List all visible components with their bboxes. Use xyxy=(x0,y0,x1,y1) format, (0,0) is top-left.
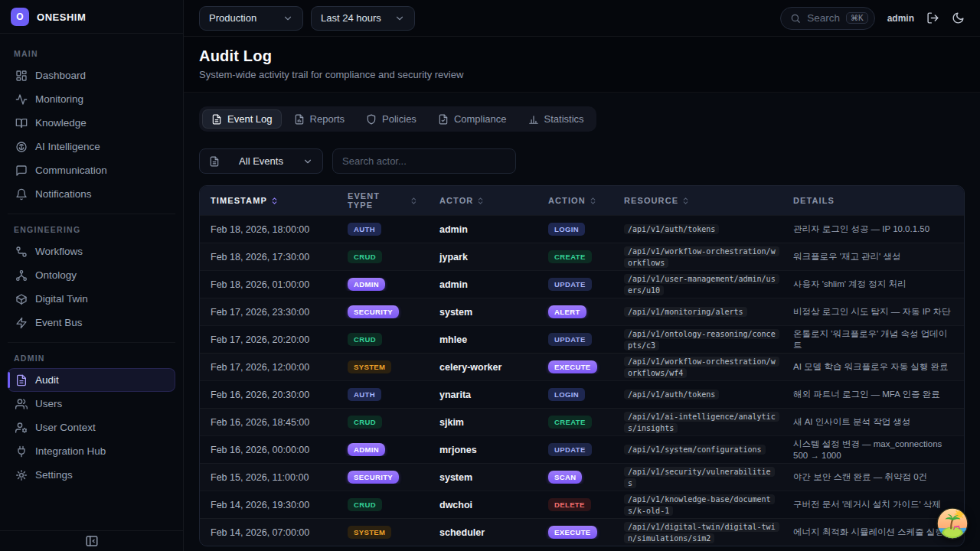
filter-bar: All Events xyxy=(199,148,965,174)
tab-compliance[interactable]: Compliance xyxy=(429,109,516,129)
table-row: Feb 18, 2026, 18:00:00AUTHadminLOGIN/api… xyxy=(200,215,964,243)
event-type-cell: ADMIN xyxy=(337,443,429,456)
sidebar-section: ENGINEERINGWorkflowsOntologyDigital Twin… xyxy=(8,214,175,334)
tab-event-log[interactable]: Event Log xyxy=(202,109,282,129)
users-icon xyxy=(15,398,28,410)
actor-cell: system xyxy=(429,472,537,483)
event-type-cell: CRUD xyxy=(337,333,429,346)
event-type-badge: SYSTEM xyxy=(348,526,391,539)
event-type-badge: SYSTEM xyxy=(348,360,391,373)
table-row: Feb 17, 2026, 20:20:00CRUDmhleeUPDATE/ap… xyxy=(200,325,964,353)
action-badge: DELETE xyxy=(548,498,591,511)
sidebar-item-digital-twin[interactable]: Digital Twin xyxy=(8,287,175,311)
event-type-filter-value: All Events xyxy=(227,155,295,167)
main-area: Production Last 24 hours Search ⌘K admin… xyxy=(184,0,980,551)
resource-path: /api/v1/workflow-orchestration/workflows… xyxy=(624,357,779,378)
actor-cell: jypark xyxy=(429,252,537,262)
sidebar-item-user-context[interactable]: User Context xyxy=(8,416,175,439)
sidebar-item-ontology[interactable]: Ontology xyxy=(8,263,175,287)
event-type-cell: AUTH xyxy=(337,223,429,236)
environment-value: Production xyxy=(209,12,256,24)
column-label: RESOURCE xyxy=(624,196,678,205)
file-check-icon xyxy=(438,114,449,125)
tab-policies[interactable]: Policies xyxy=(357,109,426,129)
shield-icon xyxy=(366,114,377,125)
column-label: ACTION xyxy=(548,196,586,205)
details-cell: 비정상 로그인 시도 탐지 — 자동 IP 차단 xyxy=(782,306,964,318)
sidebar-item-monitoring[interactable]: Monitoring xyxy=(8,87,175,111)
sidebar-item-notifications[interactable]: Notifications xyxy=(8,182,175,206)
theme-toggle-moon-icon[interactable] xyxy=(952,11,965,24)
sidebar-item-integration-hub[interactable]: Integration Hub xyxy=(8,439,175,463)
resource-path: /api/v1/knowledge-base/documents/k-old-1 xyxy=(624,494,775,516)
actor-search-input[interactable] xyxy=(332,148,516,174)
column-header-timestamp[interactable]: TIMESTAMP xyxy=(200,196,337,205)
sidebar-item-audit[interactable]: Audit xyxy=(8,368,175,392)
action-badge: CREATE xyxy=(548,416,592,429)
resource-path: /api/v1/system/configurations xyxy=(624,445,766,455)
actor-cell: mrjones xyxy=(429,445,537,455)
action-badge: UPDATE xyxy=(548,443,592,456)
tab-label: Policies xyxy=(382,113,416,125)
timestamp-cell: Feb 16, 2026, 18:45:00 xyxy=(200,417,337,428)
tab-reports[interactable]: Reports xyxy=(285,109,354,129)
table-body: Feb 18, 2026, 18:00:00AUTHadminLOGIN/api… xyxy=(200,215,964,546)
event-type-filter[interactable]: All Events xyxy=(199,148,323,174)
resource-path: /api/v1/workflow-orchestration/workflows xyxy=(624,246,779,268)
resource-cell: /api/v1/workflow-orchestration/workflows xyxy=(613,246,782,269)
sort-chevrons-icon xyxy=(410,197,418,205)
column-header-resource[interactable]: RESOURCE xyxy=(613,196,782,205)
logout-icon[interactable] xyxy=(926,11,939,24)
actor-cell: mhlee xyxy=(429,334,537,345)
island-sticker-icon[interactable] xyxy=(936,507,969,540)
table-row: Feb 14, 2026, 19:30:00CRUDdwchoiDELETE/a… xyxy=(200,491,964,518)
sidebar-item-ai-intelligence[interactable]: AI Intelligence xyxy=(8,135,175,158)
resource-cell: /api/v1/digital-twin/digital-twin/simula… xyxy=(613,521,782,544)
sidebar-item-label: Integration Hub xyxy=(35,445,106,457)
sidebar-item-label: Event Bus xyxy=(35,317,83,328)
resource-cell: /api/v1/ontology-reasoning/concepts/c3 xyxy=(613,328,782,351)
column-header-actor[interactable]: ACTOR xyxy=(429,196,537,205)
action-cell: ALERT xyxy=(537,305,613,318)
actor-cell: admin xyxy=(429,279,537,290)
tab-statistics[interactable]: Statistics xyxy=(519,109,593,129)
tab-list: Event LogReportsPoliciesComplianceStatis… xyxy=(199,106,596,132)
sidebar-collapse-icon[interactable] xyxy=(85,534,99,548)
action-badge: UPDATE xyxy=(548,278,592,291)
sidebar-item-label: Knowledge xyxy=(35,117,87,129)
column-header-event-type[interactable]: EVENT TYPE xyxy=(337,191,429,210)
time-range-select[interactable]: Last 24 hours xyxy=(311,6,415,31)
event-type-badge: SECURITY xyxy=(348,305,399,318)
action-cell: LOGIN xyxy=(537,388,613,401)
timestamp-cell: Feb 17, 2026, 20:20:00 xyxy=(200,334,337,345)
hierarchy-icon xyxy=(15,269,28,282)
timestamp-cell: Feb 16, 2026, 20:30:00 xyxy=(200,390,337,400)
sidebar-item-workflows[interactable]: Workflows xyxy=(8,240,175,263)
resource-path: /api/v1/user-management/admin/users/u10 xyxy=(624,274,779,295)
table-row: Feb 15, 2026, 11:00:00SECURITYsystemSCAN… xyxy=(200,463,964,491)
event-type-badge: ADMIN xyxy=(348,443,385,456)
sort-chevrons-icon xyxy=(681,197,690,205)
sidebar-item-settings[interactable]: Settings xyxy=(8,463,175,487)
environment-select[interactable]: Production xyxy=(199,6,303,31)
action-cell: UPDATE xyxy=(537,443,613,456)
action-cell: CREATE xyxy=(537,416,613,429)
action-badge: CREATE xyxy=(548,250,592,263)
column-header-action[interactable]: ACTION xyxy=(537,196,613,205)
sidebar-item-event-bus[interactable]: Event Bus xyxy=(8,311,175,334)
zap-icon xyxy=(15,317,28,329)
brand: O ONESHIM xyxy=(0,0,183,33)
current-user: admin xyxy=(887,13,914,24)
action-cell: EXECUTE xyxy=(537,360,613,373)
sidebar-item-users[interactable]: Users xyxy=(8,392,175,416)
sidebar-item-knowledge[interactable]: Knowledge xyxy=(8,111,175,135)
resource-cell: /api/v1/ai-intelligence/analytics/insigh… xyxy=(613,411,782,434)
sidebar-item-label: AI Intelligence xyxy=(35,141,100,152)
resource-path: /api/v1/security/vulnerabilities xyxy=(624,467,775,488)
sidebar-item-communication[interactable]: Communication xyxy=(8,158,175,182)
actor-cell: system xyxy=(429,307,537,318)
global-search-button[interactable]: Search ⌘K xyxy=(780,7,874,30)
resource-path: /api/v1/monitoring/alerts xyxy=(624,307,747,317)
sidebar-item-label: Ontology xyxy=(35,269,77,281)
sidebar-item-dashboard[interactable]: Dashboard xyxy=(8,64,175,87)
